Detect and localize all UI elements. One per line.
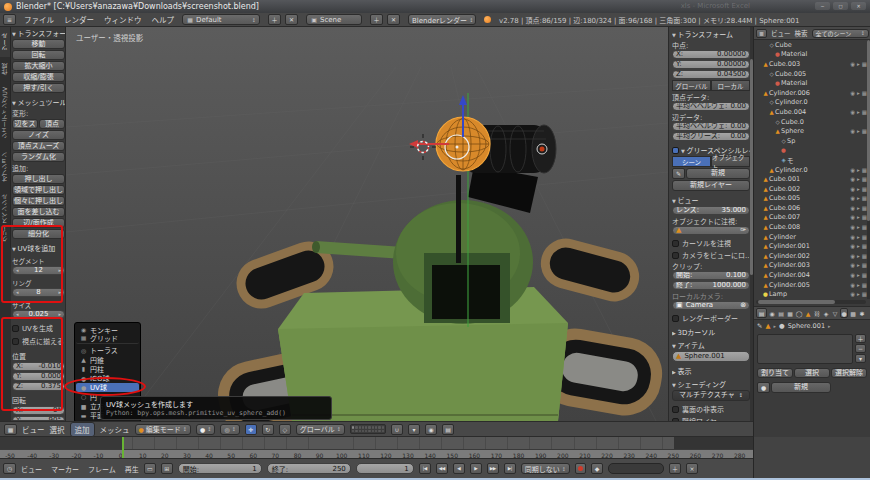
insert-keyframe-button[interactable]: ＋ <box>669 463 681 474</box>
jump-to-end-button[interactable]: ▶| <box>504 463 516 474</box>
visibility-eye-icon[interactable]: ◉ <box>850 282 855 288</box>
mesh-tool-button[interactable]: ランダム化 <box>12 152 65 162</box>
median-field[interactable]: Z:0.04500 <box>672 70 750 79</box>
outliner-row[interactable]: モ ◉▸▦ <box>754 155 868 165</box>
mesh-tools-panel-header[interactable]: メッシュツール <box>12 97 65 107</box>
jump-to-start-button[interactable]: |◀ <box>419 463 431 474</box>
vertex-bevel-field[interactable]: 平均ベベルウェ:0.00 <box>672 102 750 111</box>
visibility-eye-icon[interactable]: ◉ <box>850 253 855 259</box>
add-mesh-menu-item[interactable]: ▲ 円錐 <box>76 355 139 364</box>
edge-crease-field[interactable]: 平均クリース:0.00 <box>672 132 750 141</box>
mesh-tool-button[interactable]: 個々に押し出し <box>12 196 65 206</box>
edge-bevel-field[interactable]: 平均ベベルウェ:0.00 <box>672 122 750 131</box>
scene-tab[interactable]: シーン <box>672 156 711 167</box>
info-menu-item[interactable]: ヘルプ <box>152 14 175 25</box>
rotate-manipulator-button[interactable]: ↻ <box>262 424 274 435</box>
number-field[interactable]: ◂8▸ <box>12 288 65 297</box>
start-frame-field[interactable]: 開始:1 <box>178 463 262 474</box>
clip-start-field[interactable]: 開始:0.100 <box>672 271 750 280</box>
outliner-row[interactable]: Cylinder.0 ◉▸▦ <box>754 165 868 175</box>
tool-shelf-tab[interactable]: 作成 <box>0 57 11 81</box>
grease-pencil-checkbox[interactable] <box>672 147 679 154</box>
3d-cursor-panel-header[interactable]: 3Dカーソル <box>672 327 750 337</box>
transform-tool-button[interactable]: 収縮/膨張 <box>12 72 65 82</box>
keying-set-field[interactable] <box>608 463 664 474</box>
mesh-tool-button[interactable]: 押し出し <box>12 174 65 184</box>
slot-specials-button[interactable]: ▾ <box>855 354 866 363</box>
material-slot-list[interactable] <box>757 334 853 364</box>
outliner-row[interactable]: Cube.007 ◉▸▦ <box>754 213 868 223</box>
timeline-track[interactable] <box>0 437 753 449</box>
selectability-icon[interactable]: ▸ <box>857 167 860 173</box>
next-keyframe-button[interactable]: ▶▶ <box>487 463 499 474</box>
mesh-tool-button[interactable]: 面を差し込む <box>12 207 65 217</box>
render-engine-selector[interactable]: Blenderレンダー↕ <box>408 14 476 25</box>
select-button[interactable]: 選択 <box>794 368 830 378</box>
selectability-icon[interactable]: ▸ <box>857 214 860 220</box>
median-field[interactable]: Y:0.00000 <box>672 60 750 69</box>
mesh-tool-button[interactable]: ノイズ <box>12 130 65 140</box>
outliner-row[interactable]: Cylinder.001 ◉▸▦ <box>754 241 868 251</box>
outliner-row[interactable]: Cylinder.004 ◉▸▦ <box>754 270 868 280</box>
object-tab[interactable]: オブジェクト <box>711 156 750 167</box>
tool-shelf-tab[interactable]: オプション <box>0 146 11 188</box>
add-mesh-menu-item[interactable]: ◎ トーラス <box>76 346 139 355</box>
visibility-eye-icon[interactable]: ◉ <box>850 128 855 134</box>
scene-add-button[interactable]: ＋ <box>370 14 383 25</box>
render-opengl-anim-button[interactable]: ▤ <box>442 424 454 435</box>
generate-uv-checkbox[interactable]: UVを生成 <box>12 323 65 333</box>
pivot-selector[interactable]: ◎↕ <box>220 424 239 435</box>
outliner-row[interactable]: Lamp ◉▸▦ <box>754 289 868 299</box>
visibility-eye-icon[interactable]: ◉ <box>850 224 855 230</box>
visibility-eye-icon[interactable]: ◉ <box>850 176 855 182</box>
prev-keyframe-button[interactable]: ◀◀ <box>436 463 448 474</box>
constraints-tab-icon[interactable]: ⛓ <box>813 308 821 318</box>
outliner-display-filter[interactable]: 全てのシーン↕ <box>812 29 870 38</box>
add-menu-button[interactable]: 追加 <box>70 422 95 437</box>
clip-end-field[interactable]: 終了:1000.000 <box>672 281 750 290</box>
window-close-button[interactable]: ✕ <box>851 2 866 10</box>
window-maximize-button[interactable]: ◻ <box>833 2 848 10</box>
screen-delete-button[interactable]: ✕ <box>285 14 298 25</box>
new-layer-button[interactable]: 新規レイヤー <box>672 180 750 191</box>
draw-pencil-icon[interactable]: ✎ <box>672 168 685 179</box>
outliner-row[interactable]: Cylinder ◉▸▦ <box>754 232 868 242</box>
selectability-icon[interactable]: ▸ <box>857 243 860 249</box>
selectability-icon[interactable]: ▸ <box>857 109 860 115</box>
current-frame-indicator[interactable] <box>122 437 124 458</box>
end-frame-field[interactable]: 終了:250 <box>267 463 351 474</box>
timeline-menu-item[interactable]: ビュー <box>21 464 42 474</box>
texture-tab-icon[interactable]: ▩ <box>849 308 857 318</box>
play-button[interactable]: ▶ <box>470 463 482 474</box>
scene-selector[interactable]: ▣Scene <box>306 14 362 25</box>
visibility-eye-icon[interactable]: ◉ <box>850 243 855 249</box>
particles-tab-icon[interactable]: ✱ <box>858 308 866 318</box>
info-menu-item[interactable]: レンダー <box>64 14 94 25</box>
outliner-row[interactable]: Cylinder.0 ◉▸▦ <box>754 98 868 108</box>
material-browse-selector[interactable]: ● <box>757 382 770 393</box>
visibility-eye-icon[interactable]: ◉ <box>850 234 855 240</box>
visibility-eye-icon[interactable]: ◉ <box>850 214 855 220</box>
outliner-row[interactable]: Cube.0 ◉▸▦ <box>754 117 868 127</box>
lock-cursor-checkbox[interactable]: カーソルを注視 <box>672 238 750 248</box>
snap-magnet-button[interactable]: ∪ <box>391 424 403 435</box>
number-field[interactable]: ◂0.025▸ <box>12 310 65 319</box>
lock-object-field[interactable]: ▲✑ <box>672 226 750 235</box>
render-tab-icon[interactable]: ◉ <box>768 308 776 318</box>
info-menu-item[interactable]: ファイル <box>24 14 54 25</box>
outliner-row[interactable]: Cube.005 ◉▸▦ <box>754 194 868 204</box>
transform-orientation-selector[interactable]: グローバル↕ <box>296 424 345 435</box>
selectability-icon[interactable]: ▸ <box>857 128 860 134</box>
mesh-menu[interactable]: メッシュ <box>100 424 130 435</box>
selectability-icon[interactable]: ▸ <box>857 253 860 259</box>
outliner-row[interactable]: ◉▸▦ <box>754 146 868 156</box>
backface-checkbox[interactable]: 裏面の非表示 <box>672 404 750 414</box>
shading-mode-selector[interactable]: マルチテクスチャ↕ <box>672 390 750 401</box>
add-uv-sphere-panel-header[interactable]: UV球を追加 <box>12 243 65 253</box>
visibility-eye-icon[interactable]: ◉ <box>850 167 855 173</box>
eyedropper-icon[interactable]: ✑ <box>740 227 746 234</box>
item-name-field[interactable]: ▲Sphere.001 <box>672 351 750 362</box>
selectability-icon[interactable]: ▸ <box>857 282 860 288</box>
location-field[interactable]: Y:0.000 <box>12 372 65 381</box>
visibility-eye-icon[interactable]: ◉ <box>850 272 855 278</box>
